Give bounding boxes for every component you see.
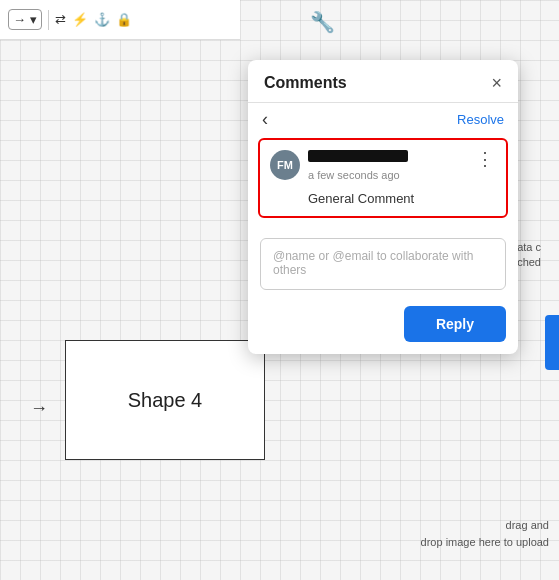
- comment-author-row: FM a few seconds ago ⋮: [270, 150, 496, 183]
- comments-panel: Comments × ‹ Resolve FM a few seconds ag…: [248, 60, 518, 354]
- wrench-icon[interactable]: 🔧: [310, 10, 335, 34]
- lock-icon[interactable]: 🔒: [116, 12, 132, 27]
- anchor-icon[interactable]: ⚓: [94, 12, 110, 27]
- comment-meta: a few seconds ago: [308, 150, 466, 183]
- bolt-icon[interactable]: ⚡: [72, 12, 88, 27]
- comment-card: FM a few seconds ago ⋮ General Comment: [258, 138, 508, 218]
- comment-more-button[interactable]: ⋮: [474, 150, 496, 168]
- right-edge-panel-button[interactable]: [545, 315, 559, 370]
- comments-title: Comments: [264, 74, 347, 92]
- transfer-icon[interactable]: ⇄: [55, 12, 66, 27]
- comments-nav: ‹ Resolve: [248, 103, 518, 134]
- back-button[interactable]: ‹: [262, 109, 268, 130]
- toolbar: → ▾ ⇄ ⚡ ⚓ 🔒: [0, 0, 240, 40]
- avatar: FM: [270, 150, 300, 180]
- toolbar-group-arrows[interactable]: → ▾: [8, 9, 42, 30]
- author-name-bar: [308, 150, 408, 162]
- arrow-right-icon[interactable]: →: [13, 12, 26, 27]
- shape-arrow-icon: →: [30, 398, 48, 419]
- reply-row: Reply: [248, 302, 518, 354]
- shape-label: Shape 4: [128, 389, 203, 412]
- comment-time: a few seconds ago: [308, 169, 400, 181]
- comment-text: General Comment: [308, 191, 496, 206]
- comment-input[interactable]: [260, 238, 506, 290]
- bottom-upload-text: drag and drop image here to upload: [421, 517, 549, 550]
- arrow-dropdown-icon[interactable]: ▾: [30, 12, 37, 27]
- reply-button[interactable]: Reply: [404, 306, 506, 342]
- comments-header: Comments ×: [248, 60, 518, 103]
- close-button[interactable]: ×: [491, 74, 502, 92]
- toolbar-separator: [48, 10, 49, 30]
- comment-input-area: [248, 228, 518, 302]
- resolve-button[interactable]: Resolve: [457, 112, 504, 127]
- shape-box: Shape 4: [65, 340, 265, 460]
